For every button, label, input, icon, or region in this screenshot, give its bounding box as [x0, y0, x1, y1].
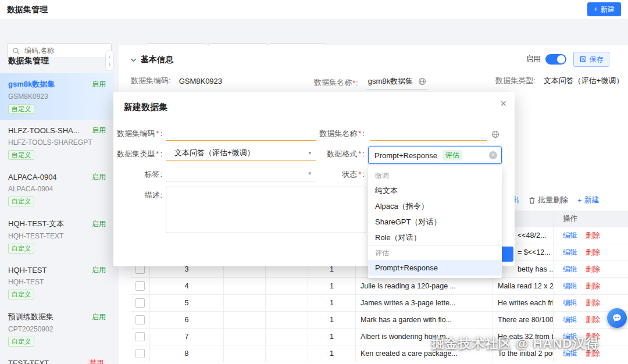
dataset-code: ALPACA-0904: [8, 185, 106, 193]
delete-link[interactable]: 删除: [586, 298, 600, 308]
page-title: 数据集管理: [7, 0, 48, 19]
plus-icon: +: [594, 5, 598, 13]
data-format-select[interactable]: Prompt+Response 评估 ×: [368, 147, 502, 164]
dataset-type-display: 数据集类型: 文本问答（评估+微调）: [495, 76, 623, 86]
delete-link[interactable]: 删除: [586, 315, 600, 325]
edit-link[interactable]: 编辑: [563, 281, 577, 291]
status-badge: 启用: [92, 265, 106, 275]
custom-tag: 自定义: [8, 150, 34, 160]
dataset-name-input[interactable]: gsm8k数据集: [366, 76, 428, 90]
name-input[interactable]: [370, 126, 487, 141]
type-label: 数据集类型*:: [116, 149, 162, 159]
enable-toggle[interactable]: [545, 54, 566, 65]
top-bar: 数据集管理 +新建: [0, 0, 628, 19]
delete-link[interactable]: 删除: [586, 265, 600, 274]
globe-icon[interactable]: [418, 77, 426, 85]
sidebar-collapse-control[interactable]: ‹ ›: [105, 50, 114, 71]
new-dataset-button[interactable]: +新建: [587, 2, 621, 16]
dataset-list: gsm8k数据集启用 GSM8K0923 自定义 HLFZ-TOOLS-SHA.…: [0, 73, 114, 364]
custom-tag: 自定义: [8, 197, 34, 206]
row-checkbox[interactable]: [135, 281, 145, 291]
edit-link[interactable]: 编辑: [563, 265, 577, 274]
clear-icon[interactable]: ×: [489, 151, 497, 159]
watermark: 掘金技术社区 @ HAND汉得: [431, 335, 599, 352]
sidebar-item-test-text[interactable]: TEST-TEXT禁用: [0, 352, 114, 364]
status-badge: 启用: [92, 80, 106, 90]
status-label: 状态*:: [318, 170, 365, 179]
chevron-down-icon: ▾: [308, 166, 311, 180]
status-badge: 启用: [92, 312, 106, 322]
sidebar-item-alpaca[interactable]: ALPACA-0904启用 ALPACA-0904 自定义: [0, 166, 114, 213]
table-row: 4 1 Julie is reading a 120-page ... Mail…: [131, 278, 628, 295]
description-label: 描述:: [116, 191, 162, 200]
batch-delete-button[interactable]: 批量删除: [529, 195, 568, 205]
dataset-code: CPT20250902: [8, 325, 106, 333]
tags-label: 标签:: [116, 170, 162, 179]
basic-info-section-header[interactable]: 基本信息: [130, 55, 173, 65]
delete-link[interactable]: 删除: [586, 281, 600, 291]
row-checkbox[interactable]: [135, 315, 145, 324]
tags-select[interactable]: ▾: [166, 166, 316, 181]
table-row: 5 1 James writes a 3-page lette... He wr…: [131, 295, 628, 312]
plus-icon: +: [577, 196, 582, 205]
sidebar-item-pretrain[interactable]: 预训练数据集启用 CPT20250902 自定义: [0, 306, 114, 352]
dataset-name: TEST-TEXT: [8, 359, 49, 364]
dataset-name: 预训练数据集: [8, 312, 53, 322]
dataset-code: HQH-TEST: [8, 278, 106, 286]
dropdown-option-role[interactable]: Role（对话）: [368, 230, 502, 245]
sidebar-item-hlfz[interactable]: HLFZ-TOOLS-SHA...启用 HLFZ-TOOLS-SHAREGPT …: [0, 120, 114, 166]
chevron-left-icon: ‹: [109, 53, 110, 60]
sidebar-item-hqh-test[interactable]: HQH-TEST启用 HQH-TEST 自定义: [0, 259, 114, 306]
format-label: 数据格式*:: [318, 149, 365, 159]
dataset-name: HQH-TEST-文本: [8, 219, 64, 229]
custom-tag: 自定义: [8, 337, 34, 347]
status-badge: 启用: [92, 172, 106, 182]
row-checkbox[interactable]: [135, 332, 145, 341]
trash-icon: [529, 197, 536, 204]
chat-bubble-icon: [612, 313, 622, 323]
edit-link[interactable]: 编辑: [563, 315, 577, 325]
type-select[interactable]: 文本问答（评估+微调） ▾: [166, 146, 316, 161]
chevron-down-icon: ▾: [308, 146, 311, 160]
chat-widget-button[interactable]: [607, 308, 627, 328]
code-label: 数据集编码*:: [116, 129, 162, 138]
save-button[interactable]: 保存: [573, 52, 609, 67]
dataset-name: ALPACA-0904: [8, 173, 57, 181]
edit-link[interactable]: 编辑: [563, 231, 577, 241]
dataset-name-field: 数据集名称*: gsm8k数据集: [314, 76, 428, 90]
ops-column-header: 操作: [554, 210, 628, 227]
modal-title: 新建数据集: [124, 102, 167, 113]
name-label: 数据集名称*:: [318, 129, 365, 138]
enable-control: 启用: [526, 54, 566, 65]
filter-toolbar: ▲ 数据集编码 数据集名称 数据集类型 ▾ +添加筛选: [0, 19, 628, 45]
dropdown-option-alpaca[interactable]: Alpaca（指令）: [368, 198, 502, 214]
row-checkbox[interactable]: [135, 298, 145, 308]
sidebar-item-gsm8k[interactable]: gsm8k数据集启用 GSM8K0923 自定义: [0, 73, 114, 120]
toggle-knob: [557, 55, 565, 63]
status-badge: 启用: [92, 126, 106, 135]
dataset-management-app: 数据集管理 +新建 ▲ 数据集编码 数据集名称 数据集类型 ▾ +添加筛选: [0, 0, 628, 364]
table-new-button[interactable]: +新建: [577, 195, 600, 205]
code-input[interactable]: [166, 126, 316, 141]
close-icon[interactable]: ×: [500, 98, 506, 110]
delete-link[interactable]: 删除: [586, 248, 600, 258]
chevron-right-icon: ›: [109, 60, 110, 68]
globe-icon[interactable]: [491, 130, 499, 138]
dropdown-option-sharegpt[interactable]: ShareGPT（对话）: [368, 214, 502, 230]
dataset-code-display: 数据集编码: GSM8K0923: [131, 76, 222, 86]
custom-tag: 自定义: [8, 104, 34, 114]
edit-link[interactable]: 编辑: [563, 298, 577, 308]
sidebar-item-hqh-text[interactable]: HQH-TEST-文本启用 HQH-TEST-TEXT 自定义: [0, 213, 114, 259]
description-textarea[interactable]: [166, 187, 366, 233]
table-row: 6 1 Mark has a garden with flo... There …: [131, 312, 628, 329]
delete-link[interactable]: 删除: [586, 231, 600, 241]
data-format-dropdown: 微调 纯文本 Alpaca（指令） ShareGPT（对话） Role（对话） …: [368, 166, 502, 278]
dataset-code: GSM8K0923: [8, 92, 106, 101]
row-checkbox[interactable]: [135, 349, 145, 358]
dataset-name: HQH-TEST: [8, 266, 47, 274]
edit-link[interactable]: 编辑: [563, 248, 577, 258]
custom-tag: 自定义: [8, 290, 34, 299]
dropdown-option-plain-text[interactable]: 纯文本: [368, 183, 502, 198]
dropdown-option-prompt-response[interactable]: Prompt+Response: [368, 260, 502, 276]
save-icon: [580, 56, 587, 63]
